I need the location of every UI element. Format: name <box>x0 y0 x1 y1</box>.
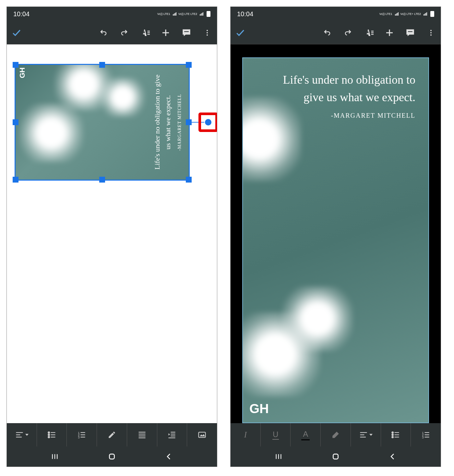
svg-point-49 <box>392 436 394 438</box>
quote-text-rotated: Life's under no obligation to give us wh… <box>152 75 182 170</box>
svg-point-5 <box>207 34 208 36</box>
svg-point-41 <box>430 32 432 33</box>
phone-screen-right: 10:04 Vo)) LTE1 Vo)) LTE+ LTE2 <box>230 6 441 467</box>
svg-point-11 <box>48 434 50 436</box>
quote-author: -MARGARET MITCHELL <box>177 94 182 150</box>
undo-icon[interactable] <box>98 27 109 39</box>
svg-rect-62 <box>333 454 338 459</box>
redo-icon[interactable] <box>342 27 354 39</box>
italic-icon[interactable]: I <box>231 423 261 446</box>
svg-text:3: 3 <box>422 436 424 439</box>
svg-marker-46 <box>369 434 373 436</box>
phone-screen-left: 10:04 Vo)) LTE1 Vo)) LTE LTE2 <box>6 6 217 467</box>
resize-handle-top-mid[interactable] <box>99 62 105 68</box>
more-vertical-icon[interactable] <box>425 27 437 39</box>
selected-image[interactable]: GH Life's under no obligation to give us… <box>15 64 190 181</box>
svg-text:3: 3 <box>78 436 80 439</box>
svg-point-12 <box>48 436 50 438</box>
confirm-icon[interactable] <box>11 27 22 39</box>
quote-block: Life's under no obligation to give us wh… <box>262 71 415 119</box>
edit-pencil-icon[interactable] <box>97 423 127 446</box>
flower-blur <box>100 78 145 117</box>
insert-image-icon[interactable] <box>187 423 217 446</box>
resize-handle-bottom-mid[interactable] <box>99 177 105 183</box>
redo-icon[interactable] <box>118 27 130 39</box>
rotation-handle[interactable] <box>205 119 211 125</box>
quote-author: -MARGARET MITCHELL <box>262 112 415 119</box>
svg-point-3 <box>207 30 208 31</box>
image-content-rotated: GH Life's under no obligation to give us… <box>16 65 189 180</box>
svg-point-4 <box>207 32 208 33</box>
svg-rect-36 <box>109 454 114 459</box>
numbered-list-icon[interactable]: 123 <box>411 423 441 446</box>
resize-handle-mid-left[interactable] <box>13 119 18 125</box>
back-icon[interactable] <box>386 450 399 463</box>
android-nav-bar <box>231 446 441 467</box>
home-icon[interactable] <box>329 450 342 463</box>
android-nav-bar <box>7 446 217 467</box>
status-indicators: Vo)) LTE1 Vo)) LTE+ LTE2 <box>379 11 434 17</box>
battery-icon <box>430 11 434 17</box>
add-icon[interactable] <box>384 27 395 39</box>
home-icon[interactable] <box>105 450 118 463</box>
justify-icon[interactable] <box>127 423 157 446</box>
indent-icon[interactable] <box>157 423 187 446</box>
text-format-icon[interactable] <box>363 27 375 39</box>
resize-handle-bottom-left[interactable] <box>13 177 18 183</box>
status-bar: 10:04 Vo)) LTE1 Vo)) LTE+ LTE2 <box>231 7 441 21</box>
more-vertical-icon[interactable] <box>201 27 213 39</box>
watermark: GH <box>249 401 269 416</box>
comment-icon[interactable] <box>404 27 416 39</box>
svg-rect-31 <box>199 432 206 437</box>
app-toolbar <box>231 21 441 44</box>
signal-bars-icon <box>395 12 399 16</box>
bullet-list-icon[interactable] <box>37 423 67 446</box>
underline-icon[interactable]: U <box>261 423 291 446</box>
network-label-1: Vo)) LTE1 <box>157 12 170 16</box>
back-icon[interactable] <box>162 450 175 463</box>
status-indicators: Vo)) LTE1 Vo)) LTE LTE2 <box>157 11 210 17</box>
network-label-2: Vo)) LTE+ LTE2 <box>400 12 421 16</box>
battery-icon <box>207 11 210 17</box>
format-toolbar: 123 <box>7 423 217 446</box>
rotation-handle-highlight <box>198 113 217 132</box>
recents-icon[interactable] <box>272 450 285 463</box>
status-time: 10:04 <box>13 10 30 18</box>
svg-marker-30 <box>169 433 170 435</box>
bullet-list-icon[interactable] <box>381 423 411 446</box>
svg-point-42 <box>430 34 432 36</box>
recents-icon[interactable] <box>48 450 61 463</box>
svg-point-47 <box>392 432 394 434</box>
svg-rect-39 <box>408 31 412 32</box>
add-icon[interactable] <box>160 27 172 39</box>
confirm-icon[interactable] <box>234 27 246 39</box>
flower-blur <box>282 286 353 351</box>
align-menu-icon[interactable] <box>351 423 381 446</box>
numbered-list-icon[interactable]: 123 <box>67 423 97 446</box>
quote-line: Life's under no obligation to give us wh… <box>262 71 415 106</box>
undo-icon[interactable] <box>321 27 333 39</box>
svg-point-40 <box>430 30 432 31</box>
resize-handle-bottom-right[interactable] <box>186 177 192 183</box>
comment-icon[interactable] <box>181 27 192 39</box>
document-canvas[interactable]: GH Life's under no obligation to give us… <box>7 44 217 423</box>
network-label-1: Vo)) LTE1 <box>379 12 392 16</box>
highlight-icon[interactable] <box>321 423 351 446</box>
align-menu-icon[interactable] <box>7 423 37 446</box>
format-toolbar: I U A 123 <box>231 423 441 446</box>
svg-marker-32 <box>200 434 205 436</box>
resize-handle-top-left[interactable] <box>13 62 18 68</box>
status-time: 10:04 <box>237 10 253 18</box>
document-canvas[interactable]: Life's under no obligation to give us wh… <box>231 44 441 423</box>
svg-point-10 <box>48 432 50 434</box>
svg-marker-9 <box>25 434 29 436</box>
signal-bars-icon <box>424 12 427 16</box>
text-color-icon[interactable]: A <box>291 423 321 446</box>
selected-image-full[interactable]: Life's under no obligation to give us wh… <box>242 57 429 423</box>
network-label-2: Vo)) LTE LTE2 <box>178 12 197 16</box>
svg-point-48 <box>392 434 394 436</box>
resize-handle-top-right[interactable] <box>186 62 192 68</box>
text-format-icon[interactable] <box>139 27 151 39</box>
quote-line: Life's under no obligation to give us wh… <box>152 75 173 170</box>
signal-bars-icon <box>200 12 203 16</box>
